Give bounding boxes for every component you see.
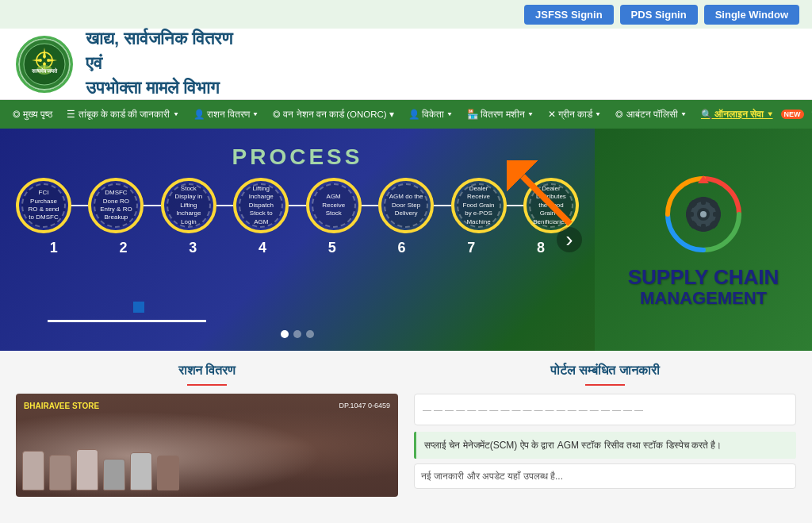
nav-eaash[interactable]: ई-आश bbox=[806, 106, 812, 123]
portal-info-text-1: सप्लाई चेन मेनेजमेंट(SCM) ऐप के द्वारा A… bbox=[424, 440, 722, 451]
svg-rect-18 bbox=[713, 212, 721, 217]
step-number-5: 5 bbox=[304, 240, 360, 256]
content-section: राशन वितरण BHAIRAVEE STORE DP.1047 0-645… bbox=[0, 351, 812, 523]
nav-ration[interactable]: 👤 राशन वितरण ▾ bbox=[187, 106, 266, 123]
dot-3[interactable] bbox=[306, 330, 314, 338]
svg-rect-17 bbox=[686, 212, 694, 217]
step-number-3: 3 bbox=[165, 240, 220, 256]
step-7-circle[interactable]: Dealer Receive Food Grain by e-POS Machi… bbox=[451, 178, 507, 233]
sack-2 bbox=[49, 455, 71, 490]
carousel-dots bbox=[281, 330, 314, 338]
step-number-4: 4 bbox=[235, 240, 290, 256]
ration-section: राशन वितरण BHAIRAVEE STORE DP.1047 0-645… bbox=[16, 363, 398, 510]
logo-emblem: सत्यमेव जयते bbox=[18, 38, 71, 90]
sack-5 bbox=[130, 452, 152, 490]
step-5-circle[interactable]: AGM Receive Stock bbox=[306, 178, 362, 233]
title-line-2: एवं bbox=[86, 52, 232, 76]
nav-green-card[interactable]: ✕ ग्रीन कार्ड ▾ bbox=[542, 106, 608, 123]
supply-chain-gear bbox=[660, 171, 747, 258]
portal-info-text-header: — — — — — — — — — — — — — — — — — — — — bbox=[423, 405, 643, 414]
portal-info-item-2: सप्लाई चेन मेनेजमेंट(SCM) ऐप के द्वारा A… bbox=[414, 432, 796, 459]
portal-underline bbox=[585, 384, 625, 386]
portal-section: पोर्टल सम्बंधित जानकारी — — — — — — — — … bbox=[414, 363, 796, 510]
svg-rect-16 bbox=[701, 224, 706, 232]
supply-chain-title: SUPPLY CHAIN MANAGEMENT bbox=[628, 266, 779, 310]
nav-onorc[interactable]: ◎ वन नेशन वन कार्ड (ONORC) ▾ bbox=[266, 106, 400, 123]
single-window-button[interactable]: Single Window bbox=[704, 5, 799, 25]
progress-marker bbox=[133, 302, 144, 313]
portal-title: पोर्टल सम्बंधित जानकारी bbox=[414, 363, 796, 378]
step-number-6: 6 bbox=[374, 240, 430, 256]
ration-image-inner: BHAIRAVEE STORE DP.1047 0-6459 bbox=[16, 394, 398, 497]
portal-info-text-2: नई जानकारी और अपडेट यहाँ उपलब्ध है... bbox=[421, 471, 563, 482]
nav-vendor[interactable]: 👤 विकेता ▾ bbox=[402, 106, 459, 123]
sack-1 bbox=[22, 451, 44, 490]
nav-online-seva[interactable]: 🔍 ऑनलाइन सेवा ▾ bbox=[695, 106, 779, 123]
logo: सत्यमेव जयते bbox=[16, 36, 73, 93]
ration-title: राशन वितरण bbox=[16, 363, 398, 378]
step-1-circle[interactable]: FCI Purchase RO & send to DMSFC bbox=[16, 178, 71, 233]
top-bar: JSFSS Signin PDS Signin Single Window bbox=[0, 0, 812, 29]
nav-home[interactable]: ◎ मुख्य पृष्ठ bbox=[6, 106, 59, 123]
title-line-1: खाद्य, सार्वजनिक वितरण bbox=[86, 27, 232, 52]
progress-bar bbox=[48, 320, 206, 322]
step-number-2: 2 bbox=[96, 240, 151, 256]
store-label: BHAIRAVEE STORE bbox=[24, 402, 99, 410]
banner: PROCESS FCI Purchase RO & send to DMSFC … bbox=[0, 129, 812, 351]
carousel-next-arrow[interactable]: › bbox=[557, 227, 582, 252]
ration-underline bbox=[187, 384, 227, 386]
jsfss-signin-button[interactable]: JSFSS Signin bbox=[524, 5, 614, 25]
step-6-circle[interactable]: AGM do the Door Step Delivery bbox=[378, 178, 434, 233]
process-title: PROCESS bbox=[16, 144, 579, 170]
portal-info-item-3: नई जानकारी और अपडेट यहाँ उपलब्ध है... bbox=[414, 463, 796, 489]
title-line-3: उपभोक्ता मामले विभाग bbox=[86, 76, 232, 101]
nav-policy[interactable]: ◎ आबंटन पॉलिसी ▾ bbox=[609, 106, 693, 123]
step-4-circle[interactable]: Lifting Incharge Dispatch Stock to AGM bbox=[233, 178, 289, 233]
svg-rect-15 bbox=[701, 197, 706, 205]
supply-chain-section: SUPPLY CHAIN MANAGEMENT bbox=[595, 129, 812, 351]
step-8-circle[interactable]: Dealer Distributes the Food Grain to Ben… bbox=[523, 178, 579, 233]
banner-process: PROCESS FCI Purchase RO & send to DMSFC … bbox=[0, 129, 595, 351]
svg-point-23 bbox=[700, 211, 707, 217]
nav-card-info[interactable]: ☰ तांबूक के कार्ड की जानकारी ▾ bbox=[60, 106, 185, 123]
pds-signin-button[interactable]: PDS Signin bbox=[620, 5, 698, 25]
svg-text:सत्यमेव जयते: सत्यमेव जयते bbox=[31, 67, 59, 74]
gear-wrapper bbox=[660, 171, 747, 258]
step-3-circle[interactable]: Stock Display in Lifting Incharge Login bbox=[161, 178, 216, 233]
dot-2[interactable] bbox=[293, 330, 301, 338]
sack-3 bbox=[76, 449, 98, 490]
ration-image: BHAIRAVEE STORE DP.1047 0-6459 bbox=[16, 394, 398, 497]
portal-info-item-1: — — — — — — — — — — — — — — — — — — — — bbox=[414, 394, 796, 425]
store-code: DP.1047 0-6459 bbox=[339, 402, 390, 410]
nav-machine[interactable]: 🏪 वितरण मशीन ▾ bbox=[461, 106, 540, 123]
sack-4 bbox=[103, 459, 125, 490]
header: सत्यमेव जयते खाद्य, सार्वजनिक वितरण एवं … bbox=[0, 29, 812, 100]
nav-bar: ◎ मुख्य पृष्ठ ☰ तांबूक के कार्ड की जानका… bbox=[0, 100, 812, 129]
header-title: खाद्य, सार्वजनिक वितरण एवं उपभोक्ता मामल… bbox=[86, 27, 232, 100]
step-number-1: 1 bbox=[26, 240, 82, 256]
new-badge: NEW bbox=[781, 110, 804, 119]
step-number-7: 7 bbox=[443, 240, 499, 256]
sack-6 bbox=[157, 456, 179, 490]
step-2-circle[interactable]: DMSFC Done RO Entry & RO Breakup bbox=[88, 178, 144, 233]
dot-1[interactable] bbox=[281, 330, 289, 338]
